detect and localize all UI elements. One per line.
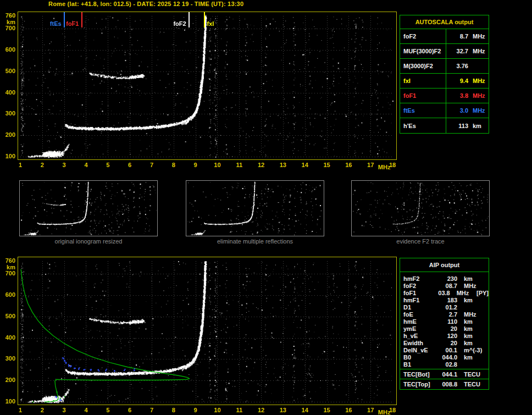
aip-unit: km	[464, 325, 487, 332]
x-tick-label: 14	[300, 162, 311, 168]
aip-row-hmE: hmE110km	[400, 318, 489, 325]
x-tick-label: 6	[124, 407, 135, 413]
aip-ionogram-canvas	[18, 257, 396, 405]
aip-row-D1: D101.2	[400, 303, 489, 311]
aip-value: 00.1	[436, 347, 457, 353]
autoscala-row-foF1: foF13.8MHz	[400, 88, 489, 103]
x-tick-label: 17	[365, 407, 376, 413]
aip-row-Ewidth: Ewidth20km	[400, 339, 489, 346]
y-tick-label: 600	[1, 47, 15, 53]
autoscala-row-fxI: fxI9.4MHz	[400, 74, 489, 88]
aip-unit: km	[464, 333, 487, 339]
aip-label: Ewidth	[403, 340, 436, 346]
fxI-marker-line	[204, 12, 205, 27]
x-tick-label: 8	[168, 407, 179, 413]
aip-label: h_vE	[403, 333, 436, 339]
aip-row-foF2: foF208.7MHz	[400, 282, 489, 289]
table-separator	[400, 379, 489, 379]
aip-label: TEC[Bot]	[403, 371, 436, 378]
x-tick-label: 13	[278, 407, 289, 413]
y-tick-label: 500	[1, 68, 15, 74]
scaled-ionogram-canvas	[18, 12, 396, 159]
aip-unit: MHz	[457, 290, 476, 296]
x-tick-label: 4	[80, 162, 91, 168]
param-label: ftEs	[400, 103, 446, 118]
aip-row-foE: foE2.7MHz	[400, 311, 489, 318]
x-tick-label: 13	[278, 162, 289, 168]
y-tick-label: 760	[1, 13, 15, 19]
aip-value: 120	[436, 333, 457, 339]
x-tick-label: 16	[343, 407, 354, 413]
x-tick-label: 12	[256, 162, 267, 168]
autoscala-row-foF2: foF28.7MHz	[400, 29, 489, 44]
aip-label: foF2	[403, 283, 436, 289]
x-tick-label: 14	[300, 407, 311, 413]
y-tick-label: 400	[1, 335, 15, 341]
autoscala-output-table: AUTOSCALA output foF28.7MHzMUF(3000)F232…	[400, 15, 489, 134]
aip-value: 20	[436, 340, 457, 346]
aip-row-h_vE: h_vE120km	[400, 332, 489, 339]
thumb-evidence-f2	[351, 180, 490, 236]
x-tick-label: 3	[59, 162, 70, 168]
aip-value: 230	[436, 275, 457, 282]
x-tick-label: 9	[190, 407, 201, 413]
thumb-original-caption: original ionogram resized	[19, 238, 158, 245]
x-tick-label: 3	[59, 407, 70, 413]
fxI-marker-label: fxI	[207, 21, 232, 27]
aip-label: foE	[403, 311, 436, 318]
aip-value: 044.1	[436, 371, 457, 378]
autoscala-rows: foF28.7MHzMUF(3000)F232.7MHzM(3000)F23.7…	[400, 29, 489, 133]
x-tick-label: 15	[322, 407, 332, 413]
autoscala-row-MUF(3000)F2: MUF(3000)F232.7MHz	[400, 44, 489, 59]
aip-output-title: AIP output	[400, 258, 489, 272]
aip-row-TEC[Bot]: TEC[Bot]044.1TECU	[400, 370, 489, 378]
aip-value: 044.0	[436, 354, 457, 361]
thumb-original-ionogram	[19, 180, 158, 236]
x-tick-label: 5	[102, 407, 113, 413]
aip-row-B1: B102.8	[400, 361, 489, 368]
aip-label: B0	[403, 354, 436, 361]
y-tick-label: 300	[1, 110, 15, 117]
aip-label: hmF1	[403, 297, 436, 303]
x-tick-label: 1	[15, 162, 26, 168]
autoscala-output-title: AUTOSCALA output	[400, 15, 489, 29]
y-tick-label: 700	[1, 25, 15, 31]
y-tick-label: 200	[1, 377, 15, 383]
thumb-eliminate-caption: eliminate multiple reflections	[186, 238, 324, 245]
aip-label: hmE	[403, 318, 436, 325]
y-tick-label: 100	[1, 153, 15, 159]
x-tick-label: 15	[322, 162, 332, 168]
aip-unit: TECU	[464, 381, 487, 388]
y-tick-label: 100	[1, 399, 15, 405]
param-value: 113km	[446, 123, 489, 129]
aip-row-B0: B0044.0km	[400, 353, 489, 361]
x-tick-label: 6	[124, 162, 135, 168]
y-axis-unit: km	[1, 264, 15, 270]
aip-unit: MHz	[464, 283, 487, 289]
aip-label: D1	[403, 304, 436, 311]
aip-value: 03.8	[432, 290, 450, 296]
param-label: fxI	[400, 74, 446, 88]
foF2-marker-label: foF2	[161, 21, 186, 27]
aip-value: 20	[436, 325, 457, 332]
param-value: 3.0MHz	[446, 107, 489, 114]
aip-label: foF1	[403, 290, 432, 296]
param-value: 9.4MHz	[446, 78, 489, 84]
y-tick-label: 400	[1, 90, 15, 96]
aip-extra: [PY]	[476, 290, 489, 296]
y-axis-unit: km	[1, 19, 15, 25]
y-tick-label: 760	[1, 258, 15, 264]
param-value: 3.76	[446, 63, 489, 69]
param-label: foF1	[400, 88, 446, 103]
aip-row-hmF2: hmF2230km	[400, 275, 489, 282]
table-separator	[400, 369, 489, 369]
param-label: foF2	[400, 29, 446, 43]
x-tick-label: 10	[212, 407, 223, 413]
x-tick-label: 8	[168, 162, 179, 168]
aip-row-TEC[Top]: TEC[Top]008.8TECU	[400, 380, 489, 388]
aip-value: 008.8	[436, 381, 457, 388]
aip-value: 2.7	[436, 311, 457, 318]
x-tick-label: 17	[365, 162, 376, 168]
y-tick-label: 200	[1, 132, 15, 138]
aip-label: DelN_vE	[403, 347, 436, 353]
